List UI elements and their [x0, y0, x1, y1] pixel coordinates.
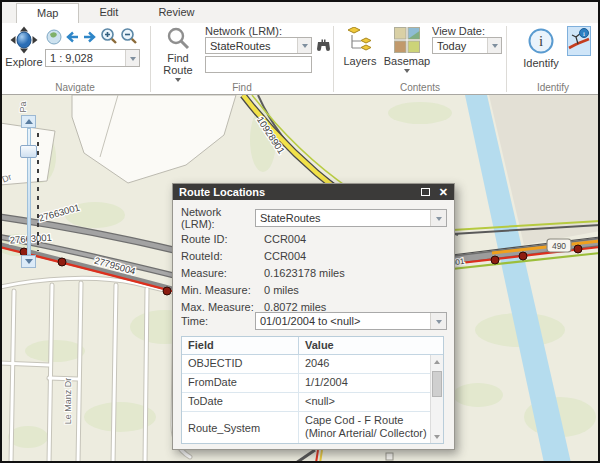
map-view[interactable]: 490 10928901 27663001 27663001 27795004 …: [0, 95, 600, 463]
attributes-table: Field Value OBJECTID 2046 FromDate 1/1/2…: [181, 336, 444, 444]
network-lrm-combobox[interactable]: StateRoutes: [205, 37, 312, 54]
field-value: 0.1623178 miles: [264, 267, 345, 279]
identify-group-label: Identify: [507, 82, 599, 93]
layers-button[interactable]: Layers: [338, 27, 382, 67]
group-find: Find Route Network (LRM): StateRoutes Fi…: [151, 23, 333, 94]
next-extent-button[interactable]: [81, 29, 99, 47]
dialog-title: Route Locations: [179, 186, 421, 198]
cell-field: ToDate: [182, 393, 299, 411]
scrollbar-thumb[interactable]: [432, 371, 442, 397]
table-scrollbar[interactable]: [430, 355, 443, 443]
time-label: Time:: [181, 315, 255, 327]
triangle-up-icon: [25, 115, 33, 124]
navigate-group-label: Navigate: [0, 82, 150, 93]
field-row: RouteId: CCR004: [181, 247, 447, 265]
maximize-icon[interactable]: [421, 188, 430, 196]
dialog-network-label: Network (LRM):: [181, 206, 255, 230]
identify-info-icon: i: [527, 27, 555, 57]
cell-field: Route_System: [182, 412, 299, 443]
scroll-up-icon[interactable]: [431, 356, 443, 368]
cell-value: 1/1/2004: [299, 374, 443, 392]
cell-value: Cape Cod - F Route (Minor Arterial/ Coll…: [299, 412, 443, 443]
time-value: 01/01/2004 to <null>: [260, 315, 360, 327]
chevron-down-icon[interactable]: [487, 38, 501, 53]
chevron-down-icon[interactable]: [430, 313, 446, 329]
basemap-label: Basemap: [384, 55, 430, 67]
route-search-input[interactable]: [205, 56, 312, 73]
zoom-out-icon: [120, 27, 138, 47]
basemap-button[interactable]: Basemap: [382, 27, 432, 76]
slider-handle[interactable]: [20, 145, 37, 158]
ribbon-tabstrip: Map Edit Review: [0, 0, 600, 23]
route-shield-number: 490: [552, 241, 566, 251]
street-name-label: Le Manz Dr: [63, 378, 73, 425]
zoom-in-button[interactable]: [100, 28, 118, 46]
cell-field: FromDate: [182, 374, 299, 392]
field-label: RouteId:: [181, 250, 255, 262]
svg-text:i: i: [583, 30, 585, 38]
explore-button[interactable]: Explore: [4, 26, 44, 68]
explore-compass-icon: [10, 26, 38, 56]
cell-field: OBJECTID: [182, 355, 299, 373]
tab-edit[interactable]: Edit: [79, 3, 138, 23]
group-identify: i Identify i Identify: [507, 23, 599, 94]
identify-label: Identify: [523, 57, 558, 69]
field-row: Route ID: CCR004: [181, 230, 447, 248]
triangle-down-icon: [25, 259, 33, 268]
table-row[interactable]: OBJECTID 2046: [182, 355, 443, 374]
field-label: Min. Measure:: [181, 284, 255, 296]
field-row: Min. Measure: 0 miles: [181, 281, 447, 299]
scale-value: 1 : 9,028: [50, 52, 93, 64]
col-header-value: Value: [299, 337, 443, 354]
scale-combobox[interactable]: 1 : 9,028: [45, 49, 140, 67]
full-extent-button[interactable]: [45, 29, 63, 47]
table-row[interactable]: ToDate <null>: [182, 393, 443, 412]
time-combobox[interactable]: 01/01/2004 to <null>: [255, 312, 447, 330]
chevron-down-icon: [404, 69, 410, 76]
group-navigate: Explore: [0, 23, 150, 94]
binoculars-button[interactable]: [314, 37, 332, 55]
table-row[interactable]: Route_System Cape Cod - F Route (Minor A…: [182, 412, 443, 444]
route-locations-dialog: Route Locations Network (LRM): StateRout…: [172, 183, 455, 450]
field-value: 0 miles: [264, 284, 299, 296]
chevron-down-icon[interactable]: [297, 38, 311, 53]
ribbon: Map Edit Review Explore: [0, 0, 600, 95]
slider-up-button[interactable]: [21, 115, 36, 128]
chevron-down-icon[interactable]: [430, 210, 446, 226]
view-date-label: View Date:: [432, 25, 485, 37]
ribbon-body: Explore: [0, 23, 600, 94]
table-row[interactable]: FromDate 1/1/2004: [182, 374, 443, 393]
cell-value: 2046: [299, 355, 443, 373]
route-shield: 490: [547, 239, 571, 252]
zoom-out-button[interactable]: [120, 28, 138, 46]
route-info-icon: i: [568, 27, 590, 55]
col-header-field: Field: [182, 337, 299, 354]
layers-icon: [347, 27, 373, 55]
view-date-combobox[interactable]: Today: [432, 37, 502, 54]
dialog-network-combobox[interactable]: StateRoutes: [255, 209, 447, 227]
tab-map[interactable]: Map: [16, 3, 79, 23]
close-icon[interactable]: [439, 188, 448, 196]
scroll-down-icon[interactable]: [431, 430, 443, 442]
field-label: Measure:: [181, 267, 255, 279]
table-header: Field Value: [182, 337, 443, 355]
dialog-titlebar[interactable]: Route Locations: [173, 184, 454, 200]
find-group-label: Find: [151, 82, 333, 93]
network-lrm-label: Network (LRM):: [205, 25, 282, 37]
arrow-left-icon: [64, 29, 80, 47]
identify-button[interactable]: i Identify: [519, 27, 563, 69]
network-lrm-value: StateRoutes: [210, 40, 271, 52]
chevron-down-icon[interactable]: [125, 50, 139, 66]
slider-ticks: [37, 133, 39, 251]
previous-extent-button[interactable]: [63, 29, 81, 47]
tab-review[interactable]: Review: [138, 3, 214, 23]
identify-route-locations-tool[interactable]: i: [567, 26, 591, 56]
contents-group-label: Contents: [334, 82, 506, 93]
field-value: CCR004: [264, 233, 306, 245]
field-value: CCR004: [264, 250, 306, 262]
layers-label: Layers: [343, 55, 376, 67]
find-route-button[interactable]: Find Route: [159, 26, 197, 85]
slider-down-button[interactable]: [21, 255, 36, 268]
find-route-label: Find Route: [161, 52, 195, 76]
group-contents: Layers Basemap View Date: Today: [334, 23, 506, 94]
